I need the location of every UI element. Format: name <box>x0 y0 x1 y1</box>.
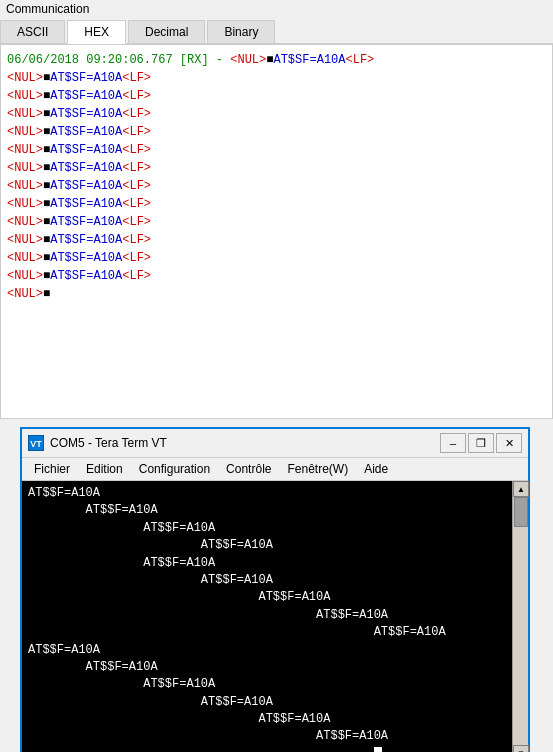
terminal-line-7: AT$$F=A10A <box>28 589 522 606</box>
terminal-cursor <box>374 747 382 752</box>
log-line-6: <NUL>■AT$SF=A10A<LF> <box>7 141 546 159</box>
scroll-down-button[interactable]: ▼ <box>513 745 529 752</box>
log-line-5: <NUL>■AT$SF=A10A<LF> <box>7 123 546 141</box>
terminal-line-4: AT$$F=A10A <box>28 537 522 554</box>
scroll-track[interactable] <box>513 497 528 745</box>
tera-terminal: AT$$F=A10A AT$$F=A10A AT$$F=A10A AT$$F=A… <box>22 481 528 752</box>
menu-configuration[interactable]: Configuration <box>131 460 218 478</box>
terminal-line-6: AT$$F=A10A <box>28 572 522 589</box>
menu-controle[interactable]: Contrôle <box>218 460 279 478</box>
tera-term-window: VT COM5 - Tera Term VT – ❐ ✕ Fichier Edi… <box>20 427 530 752</box>
log-line-8: <NUL>■AT$SF=A10A<LF> <box>7 177 546 195</box>
log-lf-1: <LF> <box>345 53 374 67</box>
title-bar: Communication <box>0 0 553 18</box>
log-line-3: <NUL>■AT$SF=A10A<LF> <box>7 87 546 105</box>
terminal-line-15: AT$$F=A10A <box>28 728 522 745</box>
tera-term-icon: VT <box>28 435 44 451</box>
restore-button[interactable]: ❐ <box>468 433 494 453</box>
terminal-cursor-line <box>28 746 522 752</box>
title-label: Communication <box>6 2 89 16</box>
terminal-line-12: AT$$F=A10A <box>28 676 522 693</box>
scroll-thumb[interactable] <box>514 497 528 527</box>
log-line-7: <NUL>■AT$SF=A10A<LF> <box>7 159 546 177</box>
tera-terminal-inner: AT$$F=A10A AT$$F=A10A AT$$F=A10A AT$$F=A… <box>28 485 522 752</box>
log-nul-1: <NUL> <box>230 53 266 67</box>
log-line-10: <NUL>■AT$SF=A10A<LF> <box>7 213 546 231</box>
log-at-1: AT$SF=A10A <box>273 53 345 67</box>
log-first-line: 06/06/2018 09:20:06.767 [RX] - <NUL>■AT$… <box>7 51 546 69</box>
close-button[interactable]: ✕ <box>496 433 522 453</box>
log-timestamp: 06/06/2018 09:20:06.767 [RX] - <box>7 53 230 67</box>
tera-term-titlebar: VT COM5 - Tera Term VT – ❐ ✕ <box>22 429 528 458</box>
menu-edition[interactable]: Edition <box>78 460 131 478</box>
tera-term-title: COM5 - Tera Term VT <box>50 436 434 450</box>
tab-hex[interactable]: HEX <box>67 20 126 44</box>
terminal-line-1: AT$$F=A10A <box>28 485 522 502</box>
log-line-2: <NUL>■AT$SF=A10A<LF> <box>7 69 546 87</box>
log-area: 06/06/2018 09:20:06.767 [RX] - <NUL>■AT$… <box>0 44 553 419</box>
tera-term-controls: – ❐ ✕ <box>440 433 522 453</box>
tera-menubar: Fichier Edition Configuration Contrôle F… <box>22 458 528 481</box>
menu-fenetre[interactable]: Fenêtre(W) <box>279 460 356 478</box>
tab-ascii[interactable]: ASCII <box>0 20 65 43</box>
menu-aide[interactable]: Aide <box>356 460 396 478</box>
terminal-line-2: AT$$F=A10A <box>28 502 522 519</box>
tab-binary[interactable]: Binary <box>207 20 275 43</box>
minimize-button[interactable]: – <box>440 433 466 453</box>
terminal-line-8: AT$$F=A10A <box>28 607 522 624</box>
terminal-line-5: AT$$F=A10A <box>28 555 522 572</box>
terminal-line-13: AT$$F=A10A <box>28 694 522 711</box>
tab-decimal[interactable]: Decimal <box>128 20 205 43</box>
log-line-13: <NUL>■AT$SF=A10A<LF> <box>7 267 546 285</box>
tab-bar: ASCII HEX Decimal Binary <box>0 18 553 44</box>
terminal-line-11: AT$$F=A10A <box>28 659 522 676</box>
log-line-12: <NUL>■AT$SF=A10A<LF> <box>7 249 546 267</box>
tera-scrollbar[interactable]: ▲ ▼ <box>512 481 528 752</box>
terminal-line-3: AT$$F=A10A <box>28 520 522 537</box>
terminal-line-9: AT$$F=A10A <box>28 624 522 641</box>
terminal-line-14: AT$$F=A10A <box>28 711 522 728</box>
scroll-up-button[interactable]: ▲ <box>513 481 529 497</box>
log-line-4: <NUL>■AT$SF=A10A<LF> <box>7 105 546 123</box>
menu-fichier[interactable]: Fichier <box>26 460 78 478</box>
log-line-9: <NUL>■AT$SF=A10A<LF> <box>7 195 546 213</box>
log-last-line: <NUL>■ <box>7 285 546 303</box>
log-line-11: <NUL>■AT$SF=A10A<LF> <box>7 231 546 249</box>
tera-terminal-container: AT$$F=A10A AT$$F=A10A AT$$F=A10A AT$$F=A… <box>22 481 528 752</box>
terminal-line-10: AT$$F=A10A <box>28 642 522 659</box>
